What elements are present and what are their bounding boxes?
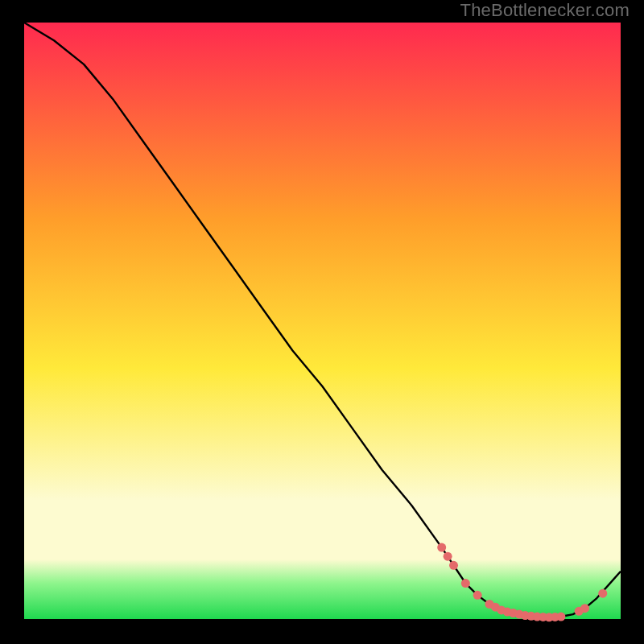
highlight-dot <box>473 591 482 600</box>
chart-svg <box>0 0 644 644</box>
plot-area-bg <box>24 23 621 619</box>
highlight-dot <box>461 579 470 588</box>
highlight-dot <box>449 561 458 570</box>
highlight-dot <box>444 552 452 561</box>
highlight-dot <box>556 613 565 621</box>
watermark-text: TheBottlenecker.com <box>460 0 630 21</box>
highlight-dot <box>580 604 589 613</box>
highlight-dot <box>598 589 607 598</box>
chart-frame: TheBottlenecker.com <box>0 0 644 644</box>
highlight-dot <box>437 543 446 552</box>
